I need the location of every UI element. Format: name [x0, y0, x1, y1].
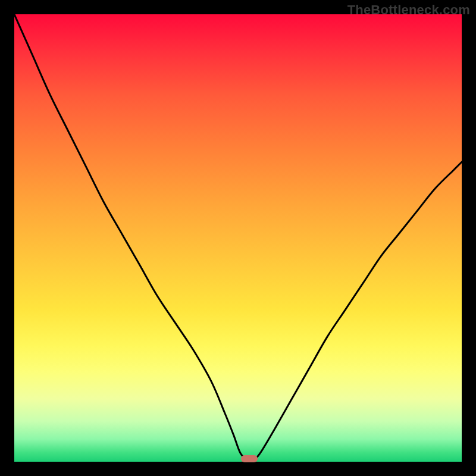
- watermark-text: TheBottleneck.com: [347, 2, 470, 18]
- chart-frame: TheBottleneck.com: [0, 0, 476, 476]
- bottleneck-curve: [14, 14, 462, 462]
- optimal-point-marker: [241, 455, 258, 462]
- plot-area: [14, 14, 462, 462]
